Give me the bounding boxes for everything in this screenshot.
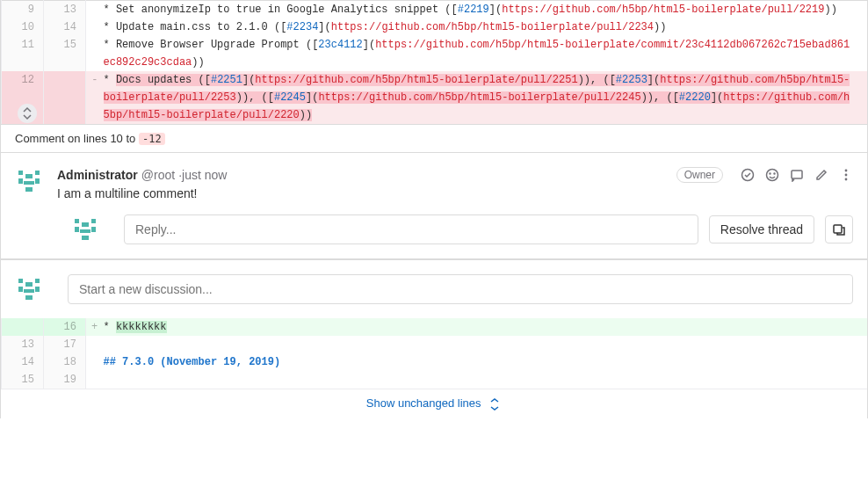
line-number-new[interactable]: 18 [44, 353, 86, 371]
comment-time[interactable]: just now [182, 168, 227, 182]
svg-rect-27 [35, 279, 40, 283]
new-discussion-row [1, 259, 867, 318]
resolve-thread-button[interactable]: Resolve thread [709, 215, 814, 243]
line-number-old[interactable]: 13 [2, 336, 44, 353]
avatar[interactable] [15, 275, 43, 303]
comment-author[interactable]: Administrator [57, 168, 138, 182]
line-number-new[interactable]: 14 [44, 18, 86, 36]
avatar[interactable] [15, 167, 43, 195]
diff-table-top: 913* Set anonymizeIp to true in Google A… [1, 0, 867, 124]
line-number-new[interactable]: 16 [44, 318, 86, 336]
svg-rect-3 [25, 174, 33, 178]
svg-rect-4 [18, 178, 23, 184]
avatar[interactable] [71, 215, 99, 243]
svg-rect-7 [25, 187, 33, 192]
svg-rect-26 [18, 279, 23, 283]
more-icon[interactable] [839, 168, 853, 182]
line-number-new[interactable]: 19 [44, 371, 86, 389]
diff-sign [86, 353, 104, 371]
svg-rect-21 [91, 227, 96, 232]
svg-rect-6 [24, 181, 34, 185]
svg-rect-28 [25, 282, 33, 287]
new-discussion-input[interactable] [68, 274, 853, 304]
diff-sign [86, 371, 104, 389]
code-content [104, 336, 867, 353]
svg-rect-29 [18, 287, 23, 292]
resolve-thread-label: Resolve thread [720, 222, 803, 236]
emoji-icon[interactable] [765, 168, 779, 182]
comment-scope-from: 10 [110, 132, 122, 145]
svg-point-9 [767, 170, 778, 181]
line-number-new[interactable]: 17 [44, 336, 86, 353]
svg-rect-24 [834, 225, 842, 233]
comment-thread: Administrator @root · just now Owner I a… [1, 152, 867, 259]
line-number-old[interactable] [2, 318, 44, 336]
comment-username[interactable]: @root [141, 168, 175, 182]
diff-sign [86, 1, 104, 19]
code-content: * Set anonymizeIp to true in Google Anal… [104, 1, 868, 19]
diff-sign: + [86, 318, 104, 336]
code-content [104, 371, 867, 389]
line-number-old[interactable]: 11 [2, 36, 44, 71]
line-number-new[interactable]: 15 [44, 36, 86, 71]
svg-rect-32 [25, 295, 33, 300]
show-more-label: Show unchanged lines [366, 396, 481, 410]
svg-point-14 [845, 174, 848, 177]
show-unchanged-lines-button[interactable]: Show unchanged lines [1, 389, 867, 418]
code-content: * Docs updates ([#2251](https://github.c… [104, 71, 868, 124]
svg-point-11 [774, 173, 775, 174]
resolve-check-icon[interactable] [741, 168, 755, 182]
comment-scope-to: -12 [139, 133, 165, 145]
line-number-old[interactable]: 10 [2, 18, 44, 36]
svg-rect-23 [82, 236, 89, 240]
line-number-old[interactable]: 14 [2, 353, 44, 371]
svg-point-13 [845, 170, 848, 172]
reply-icon[interactable] [790, 168, 804, 182]
comment-body: I am a multiline comment! [57, 186, 853, 200]
diff-line[interactable]: 16+* kkkkkkkk [2, 318, 867, 336]
owner-badge: Owner [676, 167, 723, 183]
code-content: * Remove Browser Upgrade Prompt ([23c411… [104, 36, 868, 71]
svg-rect-2 [35, 171, 40, 175]
diff-table-bottom: 16+* kkkkkkkk13171418## 7.3.0 (November … [1, 318, 867, 389]
diff-sign [86, 336, 104, 353]
code-content: * Update main.css to 2.1.0 ([#2234](http… [104, 18, 868, 36]
svg-rect-22 [80, 229, 90, 233]
svg-rect-30 [35, 287, 40, 292]
diff-line[interactable]: 12-* Docs updates ([#2251](https://githu… [2, 71, 868, 124]
svg-rect-20 [75, 227, 79, 232]
diff-line[interactable]: 1418## 7.3.0 (November 19, 2019) [2, 353, 867, 371]
svg-point-10 [770, 173, 770, 174]
svg-rect-19 [82, 222, 89, 227]
code-content: * kkkkkkkk [104, 318, 867, 336]
diff-sign [86, 36, 104, 71]
expand-lines-button[interactable] [18, 104, 37, 123]
diff-sign [86, 18, 104, 36]
diff-line[interactable]: 1317 [2, 336, 867, 353]
diff-line[interactable]: 1519 [2, 371, 867, 389]
line-number-old[interactable]: 15 [2, 371, 44, 389]
diff-line[interactable]: 1014* Update main.css to 2.1.0 ([#2234](… [2, 18, 868, 36]
line-number-old[interactable]: 9 [2, 1, 44, 19]
reply-input[interactable] [124, 214, 698, 244]
line-number-new[interactable]: 13 [44, 1, 86, 19]
svg-rect-17 [75, 219, 79, 223]
diff-line[interactable]: 1115* Remove Browser Upgrade Prompt ([23… [2, 36, 868, 71]
comment-scope-mid: to [123, 132, 139, 145]
svg-rect-12 [792, 171, 802, 178]
svg-rect-1 [18, 171, 23, 175]
svg-rect-5 [35, 178, 40, 184]
comment-scope-prefix: Comment on lines [15, 132, 110, 145]
svg-rect-18 [91, 219, 96, 223]
comment-scope: Comment on lines 10 to -12 [1, 124, 867, 152]
svg-rect-31 [24, 289, 34, 293]
edit-icon[interactable] [814, 168, 828, 182]
code-content: ## 7.3.0 (November 19, 2019) [104, 353, 867, 371]
diff-sign: - [86, 71, 104, 124]
line-number-new[interactable] [44, 71, 86, 124]
svg-point-15 [845, 178, 848, 181]
thread-options-button[interactable] [825, 215, 853, 243]
diff-line[interactable]: 913* Set anonymizeIp to true in Google A… [2, 1, 868, 19]
